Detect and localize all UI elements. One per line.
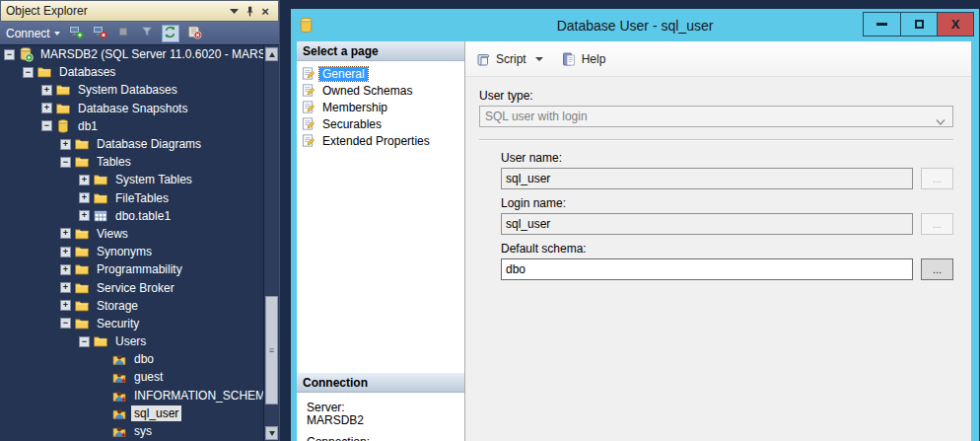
- tree-item-label: Users: [112, 333, 149, 349]
- default-schema-browse-button[interactable]: ...: [921, 258, 953, 280]
- expander-plus-icon[interactable]: +: [60, 282, 71, 293]
- expander-plus-icon[interactable]: +: [79, 210, 90, 221]
- expander-plus-icon[interactable]: +: [41, 103, 52, 113]
- tree-item-guest[interactable]: guest: [0, 368, 263, 386]
- page-item-label: Membership: [319, 101, 390, 114]
- script-button-label: Script: [496, 52, 526, 66]
- tree-item-dbo[interactable]: dbo: [0, 350, 263, 368]
- script-dropdown-icon: [535, 57, 543, 61]
- tree-item-label: Database Snapshots: [75, 101, 190, 116]
- tree-item-sql-user[interactable]: sql_user: [0, 404, 263, 422]
- tree-item-information-schema[interactable]: INFORMATION_SCHEMA: [0, 387, 263, 404]
- refresh-button[interactable]: [162, 25, 179, 42]
- script-button[interactable]: Script: [475, 51, 543, 67]
- table-icon: [93, 208, 108, 224]
- expander-minus-icon[interactable]: −: [60, 318, 71, 329]
- pin-icon[interactable]: [242, 4, 257, 18]
- close-button[interactable]: X: [937, 13, 973, 36]
- pages-list: GeneralOwned SchemasMembershipSecurables…: [297, 61, 464, 153]
- tree-item-storage[interactable]: +Storage: [0, 297, 263, 315]
- folder-icon: [55, 101, 71, 116]
- tree-item-sys[interactable]: sys: [0, 422, 263, 440]
- expander-plus-icon[interactable]: +: [60, 300, 71, 311]
- page-icon: [301, 83, 315, 98]
- tree-item-service-broker[interactable]: +Service Broker: [0, 278, 263, 296]
- tree-item-security[interactable]: −Security: [0, 315, 263, 332]
- expander-minus-icon[interactable]: −: [79, 336, 90, 347]
- tree-item-system-databases[interactable]: +System Databases: [0, 81, 263, 99]
- chevron-down-icon[interactable]: [226, 4, 242, 18]
- tree-item-filetables[interactable]: +FileTables: [0, 189, 263, 207]
- tree-item-databases[interactable]: −Databases: [0, 63, 263, 81]
- tree-item-database-snapshots[interactable]: +Database Snapshots: [0, 100, 263, 117]
- tree-item-dbo-table1[interactable]: +dbo.table1: [0, 207, 263, 225]
- page-icon: [301, 116, 315, 131]
- tree-item-synonyms[interactable]: +Synonyms: [0, 243, 263, 260]
- tree-item-marsdb2-sql-server-11-0-6020-marsd[interactable]: −MARSDB2 (SQL Server 11.0.6020 - MARSD: [0, 45, 263, 63]
- server-connect-icon: [68, 24, 84, 42]
- tree-item-label: Tables: [94, 154, 134, 170]
- scrollbar-up-button[interactable]: [265, 47, 278, 61]
- expander-plus-icon[interactable]: +: [79, 192, 90, 203]
- tree-scrollbar[interactable]: ≡: [263, 45, 279, 441]
- scroll-error-button[interactable]: [185, 25, 203, 42]
- tree-item-users[interactable]: −Users: [0, 332, 263, 350]
- help-button[interactable]: Help: [561, 51, 606, 67]
- select-a-page-pane: Select a page GeneralOwned SchemasMember…: [297, 41, 465, 441]
- page-item-owned-schemas[interactable]: Owned Schemas: [299, 82, 462, 99]
- stop-button[interactable]: [114, 25, 132, 42]
- filter-button[interactable]: [138, 25, 156, 42]
- expander-minus-icon[interactable]: −: [41, 120, 52, 131]
- folder-icon: [93, 190, 108, 206]
- help-button-label: Help: [582, 52, 606, 66]
- connect-button[interactable]: Connect: [6, 27, 60, 40]
- scrollbar-thumb[interactable]: ≡: [265, 296, 278, 404]
- user-name-field: [501, 168, 913, 189]
- expander-plus-icon[interactable]: +: [60, 139, 71, 150]
- expander-minus-icon[interactable]: −: [23, 67, 34, 78]
- tree-item-label: INFORMATION_SCHEMA: [131, 388, 263, 404]
- page-item-extended-properties[interactable]: Extended Properties: [299, 132, 462, 149]
- refresh-icon: [164, 26, 176, 41]
- tree-item-programmability[interactable]: +Programmability: [0, 260, 263, 278]
- tree-item-label: Databases: [56, 64, 118, 80]
- tree-item-database-diagrams[interactable]: +Database Diagrams: [0, 135, 263, 153]
- page-icon: [301, 133, 315, 148]
- connection-info: Server: MARSDB2 Connection:: [297, 393, 464, 441]
- server-disconnect-button[interactable]: [91, 25, 108, 42]
- expander-plus-icon[interactable]: +: [79, 175, 90, 185]
- close-icon[interactable]: ×: [257, 4, 273, 18]
- tree-item-label: sql_user: [131, 405, 181, 421]
- folder-icon: [74, 154, 90, 170]
- tree-item-db1[interactable]: −db1: [0, 117, 263, 135]
- maximize-button[interactable]: [900, 13, 937, 36]
- object-explorer-tree: −MARSDB2 (SQL Server 11.0.6020 - MARSD−D…: [0, 45, 263, 441]
- arrow-down-icon: [269, 431, 275, 436]
- tree-item-tables[interactable]: −Tables: [0, 153, 263, 171]
- expander-plus-icon[interactable]: +: [60, 264, 71, 275]
- expander-plus-icon[interactable]: +: [60, 228, 71, 239]
- server-connect-button[interactable]: [67, 25, 85, 42]
- folder-icon: [74, 316, 90, 331]
- tree-item-label: MARSDB2 (SQL Server 11.0.6020 - MARSD: [37, 46, 263, 62]
- tree-item-system-tables[interactable]: +System Tables: [0, 171, 263, 188]
- expander-minus-icon[interactable]: −: [60, 157, 71, 168]
- expander-minus-icon[interactable]: −: [4, 49, 15, 60]
- page-item-general[interactable]: General: [299, 65, 462, 82]
- dialog-titlebar[interactable]: Database User - sql_user X: [291, 9, 979, 41]
- scrollbar-down-button[interactable]: [265, 426, 278, 440]
- minimize-button[interactable]: [864, 13, 900, 36]
- page-item-membership[interactable]: Membership: [299, 99, 462, 115]
- page-icon: [301, 66, 315, 81]
- expander-plus-icon[interactable]: +: [60, 247, 71, 257]
- filter-icon: [139, 24, 155, 42]
- expander-plus-icon[interactable]: +: [41, 85, 52, 96]
- default-schema-field[interactable]: [501, 258, 913, 280]
- page-item-securables[interactable]: Securables: [299, 115, 462, 132]
- database-user-dialog: Database User - sql_user X Select a page…: [291, 9, 979, 441]
- user-icon: [111, 351, 127, 367]
- tree-item-views[interactable]: +Views: [0, 225, 263, 243]
- page-item-label: Securables: [319, 117, 385, 131]
- login-name-label: Login name:: [501, 196, 953, 210]
- page-item-label: Extended Properties: [319, 134, 433, 148]
